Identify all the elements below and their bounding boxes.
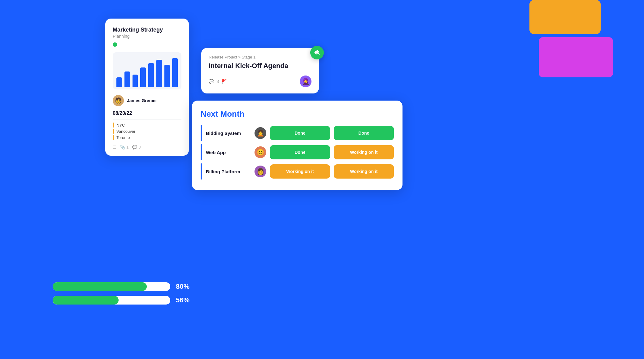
progress-label-2: 56% xyxy=(176,296,189,304)
status-badge-working: Working on it xyxy=(334,164,394,179)
table-row: Billing Platform 👩 Working on it Working… xyxy=(201,163,394,180)
attachment-count: 1 xyxy=(126,145,128,149)
list-item: NYC xyxy=(113,123,181,128)
location-indicator xyxy=(113,135,114,140)
task-title: Internal Kick-Off Agenda xyxy=(209,62,311,70)
paperclip-icon: 📎 xyxy=(120,145,125,149)
avatar: 😊 xyxy=(255,146,266,158)
list-icon: ☰ xyxy=(113,145,116,149)
bar-6 xyxy=(156,60,162,87)
card-author: 🧑 James Grenier xyxy=(113,95,181,106)
task-footer: 💬 3 🚩 🧕 xyxy=(209,76,311,87)
progress-track-1 xyxy=(53,282,170,291)
card-footer: ☰ 📎 1 💬 3 xyxy=(113,145,181,149)
status-badge-done: Done xyxy=(270,145,330,159)
row-name: Web App xyxy=(206,150,251,155)
bar-chart xyxy=(113,52,181,89)
row-name: Bidding System xyxy=(206,131,251,136)
bg-orange-rect xyxy=(529,0,601,34)
location-nyc: NYC xyxy=(116,123,125,128)
progress-section: 80% 56% xyxy=(53,282,189,309)
card-subtitle: Planning xyxy=(113,34,181,39)
avatar: 👩 xyxy=(255,166,266,177)
bar-4 xyxy=(140,67,146,87)
row-indicator xyxy=(201,163,202,180)
table-heading: Next Month xyxy=(201,109,394,119)
progress-track-2 xyxy=(53,296,170,305)
avatar: 🧑 xyxy=(113,95,124,106)
table-row: Web App 😊 Done Working on it xyxy=(201,144,394,160)
comment-icon: 💬 xyxy=(132,145,137,149)
status-dot xyxy=(113,42,117,47)
bg-magenta-rect xyxy=(539,37,613,77)
footer-list: ☰ xyxy=(113,145,116,149)
bar-5 xyxy=(148,63,154,87)
move-arrows-icon xyxy=(313,49,321,56)
progress-row-2: 56% xyxy=(53,296,189,305)
card-date: 08/20/22 xyxy=(113,110,181,119)
row-indicator xyxy=(201,125,202,141)
status-badge-done: Done xyxy=(334,126,394,140)
location-toronto: Toronto xyxy=(116,135,130,140)
location-vancouver: Vancouver xyxy=(116,129,135,134)
progress-label-1: 80% xyxy=(176,283,189,291)
status-badge-working: Working on it xyxy=(334,145,394,159)
progress-fill-2 xyxy=(53,296,119,305)
avatar: 🧑‍🦱 xyxy=(255,127,266,139)
table-row: Bidding System 🧑‍🦱 Done Done xyxy=(201,125,394,141)
table-card: Next Month Bidding System 🧑‍🦱 Done Done … xyxy=(192,101,402,190)
card-title: Marketing Strategy xyxy=(113,27,181,33)
location-indicator xyxy=(113,123,114,128)
status-badge-working: Working on it xyxy=(270,164,330,179)
row-indicator xyxy=(201,144,202,160)
bar-7 xyxy=(164,65,170,87)
comment-count: 3 xyxy=(216,79,219,84)
footer-comment: 💬 3 xyxy=(132,145,141,149)
status-badge-done: Done xyxy=(270,126,330,140)
bar-8 xyxy=(172,58,178,87)
comment-icon: 💬 xyxy=(209,79,214,84)
bar-2 xyxy=(124,71,130,87)
task-card: Release Project > Stage 1 Internal Kick-… xyxy=(201,48,319,93)
bar-3 xyxy=(133,75,138,87)
move-icon[interactable] xyxy=(310,46,324,59)
avatar: 🧕 xyxy=(300,76,311,87)
task-breadcrumb: Release Project > Stage 1 xyxy=(209,55,311,59)
progress-row-1: 80% xyxy=(53,282,189,291)
task-icons: 💬 3 🚩 xyxy=(209,79,227,84)
footer-attachment: 📎 1 xyxy=(120,145,128,149)
location-indicator xyxy=(113,129,114,134)
comment-count: 3 xyxy=(138,145,141,149)
bar-1 xyxy=(116,77,122,87)
list-item: Toronto xyxy=(113,135,181,140)
author-name: James Grenier xyxy=(127,98,157,103)
marketing-card: Marketing Strategy Planning 🧑 James Gren… xyxy=(105,19,189,156)
row-name: Billing Platform xyxy=(206,169,251,174)
progress-fill-1 xyxy=(53,282,147,291)
flag-icon: 🚩 xyxy=(221,79,227,84)
list-item: Vancouver xyxy=(113,129,181,134)
card-locations: NYC Vancouver Toronto xyxy=(113,123,181,140)
